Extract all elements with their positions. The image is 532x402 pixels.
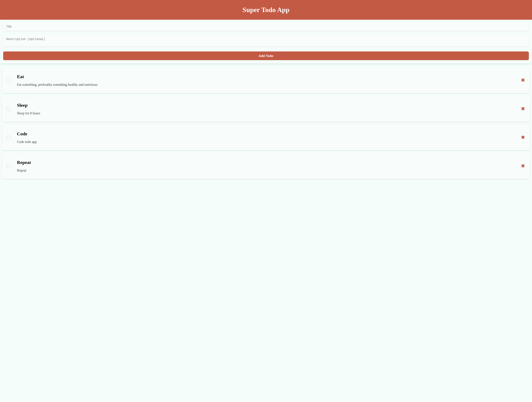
todo-description: Eat something, preferably something heal… [17,83,514,87]
todo-title: Eat [17,74,514,80]
delete-icon: ✖ [521,106,525,111]
delete-icon: ✖ [521,78,525,83]
title-input-wrap [3,22,529,31]
main-container: Add Todo Eat Eat something, preferably s… [0,20,532,179]
add-todo-button[interactable]: Add Todo [3,51,529,60]
todo-content: Code Code todo app [17,131,514,144]
todo-description: Sleep for 8 hours [17,111,514,115]
delete-todo-button[interactable]: ✖ [520,163,526,169]
todo-content: Repeat Repeat [17,160,514,173]
todo-item: Repeat Repeat ✖ [2,153,530,179]
app-title: Super Todo App [0,6,532,14]
todo-item: Sleep Sleep for 8 hours ✖ [2,96,530,122]
todo-description: Repeat [17,169,514,173]
description-input-wrap [3,35,529,47]
delete-icon: ✖ [521,164,525,168]
todo-item: Eat Eat something, preferably something … [2,68,530,93]
delete-icon: ✖ [521,135,525,140]
app-header: Super Todo App [0,0,532,20]
delete-todo-button[interactable]: ✖ [520,135,526,140]
todo-checkbox[interactable] [6,78,11,82]
todo-title: Code [17,131,514,137]
todo-item: Code Code todo app ✖ [2,125,530,150]
title-input[interactable] [3,22,529,31]
todo-checkbox[interactable] [6,164,11,168]
todo-content: Eat Eat something, preferably something … [17,74,514,87]
delete-todo-button[interactable]: ✖ [520,78,526,83]
delete-todo-button[interactable]: ✖ [520,106,526,112]
todo-list: Eat Eat something, preferably something … [0,68,532,179]
todo-content: Sleep Sleep for 8 hours [17,103,514,115]
todo-checkbox[interactable] [6,135,11,140]
todo-description: Code todo app [17,140,514,144]
todo-title: Repeat [17,160,514,165]
new-todo-form: Add Todo [0,20,532,63]
todo-checkbox[interactable] [6,107,11,111]
todo-title: Sleep [17,103,514,108]
description-input[interactable] [3,35,529,46]
